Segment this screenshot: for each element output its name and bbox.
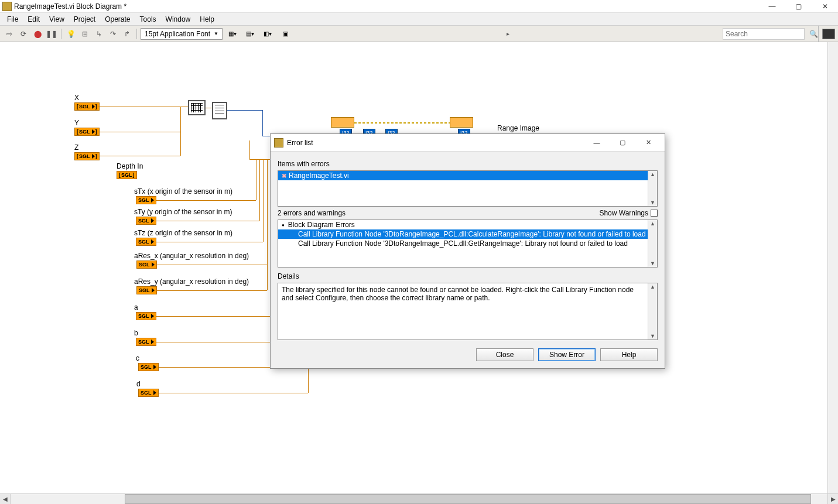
menu-view[interactable]: View xyxy=(45,14,69,25)
control-x[interactable]: SGL xyxy=(74,102,100,111)
menu-file[interactable]: File xyxy=(2,14,23,25)
dialog-maximize-button[interactable]: ▢ xyxy=(610,135,635,151)
details-content: The library specified for this node cann… xyxy=(282,286,654,302)
run-button[interactable]: ⇨ xyxy=(4,28,15,40)
menu-project[interactable]: Project xyxy=(69,14,100,25)
step-out-button[interactable]: ↱ xyxy=(121,28,133,40)
details-scrollbar[interactable]: ▲▼ xyxy=(648,283,657,340)
control-stx[interactable]: SGL xyxy=(136,196,156,204)
label-range-image: Range Image xyxy=(497,124,539,132)
run-continuous-button[interactable]: ⟳ xyxy=(18,28,29,40)
control-z[interactable]: SGL xyxy=(74,152,100,160)
font-name: 15pt Application Font xyxy=(145,30,210,38)
dialog-title: Error list xyxy=(287,139,584,147)
error-group[interactable]: Block Diagram Errors xyxy=(278,220,657,229)
control-b[interactable]: SGL xyxy=(136,338,156,346)
list-scrollbar[interactable]: ▲▼ xyxy=(648,171,657,206)
dialog-button-row: Close Show Error Help xyxy=(271,344,665,368)
control-sty[interactable]: SGL xyxy=(136,217,156,225)
label-y: Y xyxy=(74,119,79,127)
highlight-execution-button[interactable]: 💡 xyxy=(65,28,77,40)
menu-bar: File Edit View Project Operate Tools Win… xyxy=(0,13,838,26)
horizontal-scrollbar[interactable]: ◀ ▶ xyxy=(0,493,838,504)
function-node-2[interactable] xyxy=(450,117,473,128)
separator xyxy=(136,29,137,39)
vertical-scrollbar[interactable] xyxy=(827,42,838,493)
control-depth-in[interactable]: SGL xyxy=(117,171,137,179)
errors-count-label: 2 errors and warnings xyxy=(278,209,599,217)
reorder-button[interactable]: ▣ xyxy=(278,28,293,40)
control-c[interactable]: SGL xyxy=(138,363,159,371)
dialog-title-bar[interactable]: Error list — ▢ ✕ xyxy=(271,134,665,152)
error-item[interactable]: ✖ RangeImageTest.vi xyxy=(278,171,657,180)
label-sty: sTy (y origin of the sensor in m) xyxy=(134,208,232,216)
close-button[interactable]: ✕ xyxy=(812,1,838,12)
menu-edit[interactable]: Edit xyxy=(23,14,45,25)
control-a[interactable]: SGL xyxy=(136,312,156,320)
show-warnings-label: Show Warnings xyxy=(599,209,648,217)
help-button[interactable]: Help xyxy=(600,348,658,361)
step-into-button[interactable]: ↳ xyxy=(93,28,105,40)
control-aresx[interactable]: SGL xyxy=(136,260,157,269)
show-warnings-toggle[interactable]: Show Warnings xyxy=(599,209,658,217)
retain-wire-button[interactable]: ⊟ xyxy=(79,28,91,40)
scroll-track[interactable] xyxy=(11,494,827,504)
label-z: Z xyxy=(74,143,78,152)
menu-tools[interactable]: Tools xyxy=(135,14,161,25)
chevron-down-icon: ▼ xyxy=(214,31,218,36)
window-title: RangeImageTest.vi Block Diagram * xyxy=(14,2,759,11)
font-selector[interactable]: 15pt Application Font ▼ xyxy=(141,28,223,40)
abort-button[interactable]: ⬤ xyxy=(32,28,43,40)
label-b: b xyxy=(134,329,138,337)
error-entry-2[interactable]: Call Library Function Node '3DtoRangeIma… xyxy=(278,239,657,248)
dialog-icon xyxy=(274,138,283,148)
scroll-left-icon[interactable]: ◀ xyxy=(0,494,11,504)
error-icon: ✖ xyxy=(282,173,286,179)
dialog-close-button[interactable]: ✕ xyxy=(635,135,661,151)
label-stz: sTz (z origin of the sensor in m) xyxy=(134,229,232,237)
control-y[interactable]: SGL xyxy=(74,128,100,136)
step-over-button[interactable]: ↷ xyxy=(107,28,119,40)
control-d[interactable]: SGL xyxy=(138,389,159,397)
menu-window[interactable]: Window xyxy=(161,14,196,25)
error-item-label: RangeImageTest.vi xyxy=(289,172,349,180)
function-node-1[interactable] xyxy=(331,117,354,128)
label-d: d xyxy=(136,380,141,388)
minimize-button[interactable]: — xyxy=(759,1,785,12)
close-button[interactable]: Close xyxy=(476,348,533,361)
label-x: X xyxy=(74,94,79,102)
window-controls: — ▢ ✕ xyxy=(759,1,838,12)
distribute-button[interactable]: ▤▾ xyxy=(242,28,258,40)
app-icon xyxy=(2,2,12,11)
label-aresx: aRes_x (angular_x resolution in deg) xyxy=(134,252,249,260)
dialog-minimize-button[interactable]: — xyxy=(584,135,610,151)
show-warnings-checkbox[interactable] xyxy=(651,210,658,217)
resize-button[interactable]: ◧▾ xyxy=(260,28,275,40)
label-c: c xyxy=(136,354,139,362)
pause-button[interactable]: ❚❚ xyxy=(46,28,57,40)
scroll-right-icon[interactable]: ▶ xyxy=(827,494,838,504)
dialog-body: Items with errors ✖ RangeImageTest.vi ▲▼… xyxy=(271,152,665,344)
control-stz[interactable]: SGL xyxy=(136,238,156,246)
list-scrollbar[interactable]: ▲▼ xyxy=(648,220,657,267)
details-text: The library specified for this node cann… xyxy=(278,283,658,340)
toolbar: ⇨ ⟳ ⬤ ❚❚ 💡 ⊟ ↳ ↷ ↱ 15pt Application Font… xyxy=(0,26,838,42)
show-error-button[interactable]: Show Error xyxy=(538,348,596,361)
error-entry-1[interactable]: Call Library Function Node '3DtoRangeIma… xyxy=(278,229,657,239)
menu-help[interactable]: Help xyxy=(195,14,219,25)
title-bar: RangeImageTest.vi Block Diagram * — ▢ ✕ xyxy=(0,0,838,13)
build-cluster-node[interactable] xyxy=(188,100,206,115)
align-button[interactable]: ▦▾ xyxy=(225,28,240,40)
search-icon[interactable]: 🔍 xyxy=(809,30,818,38)
connector-pane-icon[interactable] xyxy=(818,26,838,42)
control-aresy[interactable]: SGL xyxy=(136,286,157,294)
menu-operate[interactable]: Operate xyxy=(100,14,135,25)
items-with-errors-list[interactable]: ✖ RangeImageTest.vi ▲▼ xyxy=(278,170,658,207)
build-array-node[interactable] xyxy=(212,102,227,119)
maximize-button[interactable]: ▢ xyxy=(785,1,812,12)
search-input[interactable] xyxy=(726,30,802,38)
items-with-errors-label: Items with errors xyxy=(278,160,658,168)
search-box[interactable] xyxy=(723,28,805,40)
errors-warnings-list[interactable]: Block Diagram Errors Call Library Functi… xyxy=(278,220,658,268)
scroll-thumb[interactable] xyxy=(125,494,811,504)
